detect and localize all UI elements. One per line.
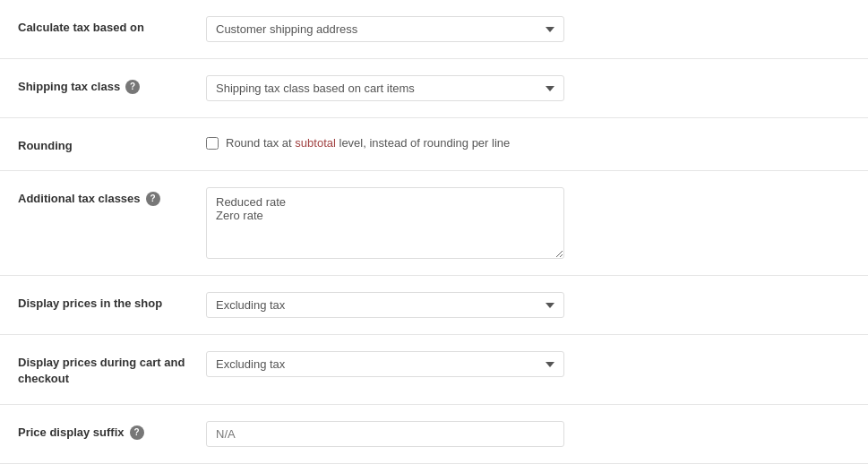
row-shipping-tax-class: Shipping tax class?Shipping tax class ba…: [0, 59, 868, 118]
label-text-price-display-suffix: Price display suffix: [18, 425, 125, 441]
select-calculate-tax[interactable]: Customer shipping addressCustomer billin…: [206, 16, 564, 42]
control-additional-tax-classes: [206, 187, 850, 259]
control-display-prices-shop: Excluding taxIncluding tax: [206, 292, 850, 318]
label-rounding: Rounding: [18, 134, 206, 154]
help-icon-additional-tax-classes[interactable]: ?: [146, 192, 160, 206]
textarea-additional-tax-classes[interactable]: [206, 187, 564, 259]
label-text-additional-tax-classes: Additional tax classes: [18, 191, 141, 207]
label-shipping-tax-class: Shipping tax class?: [18, 75, 206, 95]
settings-table: Calculate tax based onCustomer shipping …: [0, 0, 868, 464]
checkbox-rounding[interactable]: [206, 137, 219, 150]
row-additional-tax-classes: Additional tax classes?: [0, 171, 868, 276]
label-text-rounding: Rounding: [18, 138, 73, 154]
control-display-prices-cart: Excluding taxIncluding tax: [206, 351, 850, 377]
label-text-display-prices-cart: Display prices during cart and checkout: [18, 355, 206, 387]
input-price-display-suffix[interactable]: [206, 421, 564, 447]
label-display-prices-cart: Display prices during cart and checkout: [18, 351, 206, 387]
checkbox-label-rounding: Round tax at subtotal level, instead of …: [226, 136, 510, 150]
label-calculate-tax: Calculate tax based on: [18, 16, 206, 36]
row-price-display-suffix: Price display suffix?: [0, 405, 868, 464]
help-icon-shipping-tax-class[interactable]: ?: [125, 80, 140, 94]
row-calculate-tax: Calculate tax based onCustomer shipping …: [0, 0, 868, 59]
subtotal-link[interactable]: subtotal: [295, 136, 336, 150]
label-text-display-prices-shop: Display prices in the shop: [18, 296, 162, 312]
control-price-display-suffix: [206, 421, 850, 447]
select-display-prices-cart[interactable]: Excluding taxIncluding tax: [206, 351, 564, 377]
row-display-prices-cart: Display prices during cart and checkoutE…: [0, 335, 868, 404]
checkbox-row-rounding: Round tax at subtotal level, instead of …: [206, 134, 510, 150]
help-icon-price-display-suffix[interactable]: ?: [130, 425, 144, 440]
select-display-prices-shop[interactable]: Excluding taxIncluding tax: [206, 292, 564, 318]
control-calculate-tax: Customer shipping addressCustomer billin…: [206, 16, 850, 42]
row-display-prices-shop: Display prices in the shopExcluding taxI…: [0, 276, 868, 335]
row-rounding: RoundingRound tax at subtotal level, ins…: [0, 118, 868, 171]
label-display-prices-shop: Display prices in the shop: [18, 292, 206, 312]
label-text-calculate-tax: Calculate tax based on: [18, 20, 144, 36]
label-price-display-suffix: Price display suffix?: [18, 421, 206, 441]
label-additional-tax-classes: Additional tax classes?: [18, 187, 206, 207]
control-shipping-tax-class: Shipping tax class based on cart itemsSt…: [206, 75, 850, 101]
select-shipping-tax-class[interactable]: Shipping tax class based on cart itemsSt…: [206, 75, 564, 101]
control-rounding: Round tax at subtotal level, instead of …: [206, 134, 850, 150]
label-text-shipping-tax-class: Shipping tax class: [18, 79, 120, 95]
